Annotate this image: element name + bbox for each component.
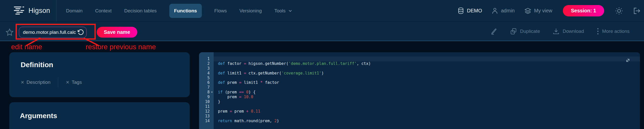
kebab-icon	[597, 28, 599, 35]
code-line	[214, 57, 640, 61]
close-icon[interactable]: ✕	[21, 80, 24, 85]
logout-icon[interactable]	[633, 7, 640, 15]
top-bar: Higson Domain Context Decision tables Fu…	[0, 0, 644, 22]
function-name-field	[19, 27, 87, 38]
hamburger-logo-icon	[14, 6, 24, 15]
chip-divider	[58, 77, 58, 88]
save-name-button[interactable]: Save name	[97, 27, 137, 38]
code-line: if (prem == 0) {	[218, 90, 640, 95]
description-chip[interactable]: ✕ Description	[21, 80, 50, 85]
line-number: 2	[199, 61, 214, 66]
definition-chips: ✕ Description ✕ Tags	[21, 77, 82, 88]
nav-item-versioning[interactable]: Versioning	[239, 8, 262, 14]
download-icon	[553, 28, 560, 35]
function-name-input[interactable]	[23, 30, 76, 35]
toolbar-actions: Duplicate Download More actions	[490, 22, 630, 41]
code-line	[218, 76, 640, 81]
environment-label: DEMO	[467, 8, 482, 14]
line-number: 10	[199, 99, 214, 104]
user-menu[interactable]: admin	[492, 7, 514, 14]
tags-chip[interactable]: ✕ Tags	[66, 80, 82, 85]
nav-item-functions[interactable]: Functions	[169, 4, 202, 18]
environment-selector[interactable]: DEMO	[458, 7, 482, 14]
line-number: 6	[199, 80, 214, 85]
expand-icon[interactable]	[624, 57, 631, 64]
more-actions-button[interactable]: More actions	[597, 28, 630, 35]
code-line: def factor = higson.getNumber('demo.moto…	[218, 61, 640, 66]
layers-icon	[524, 7, 531, 14]
download-button[interactable]: Download	[553, 28, 584, 35]
code-line	[218, 104, 640, 109]
line-number: 3	[199, 66, 214, 71]
code-line: prem = 10.0	[218, 95, 640, 99]
code-line	[218, 85, 640, 90]
line-number: 7	[199, 85, 214, 90]
line-number: 4	[199, 71, 214, 76]
annotation-edit-name: edit name	[11, 43, 42, 51]
line-number: 12	[199, 109, 214, 114]
user-label: admin	[501, 8, 514, 14]
code-line	[218, 114, 640, 119]
download-label: Download	[563, 29, 584, 34]
main-nav: Domain Context Decision tables Functions…	[66, 4, 293, 18]
editor-gutter: 1 2 3 4 5 6 7 8 9 10 11 12 13 14	[199, 52, 214, 129]
line-number: 1	[199, 57, 214, 61]
code-line	[218, 66, 640, 71]
edit-button[interactable]	[490, 28, 497, 35]
session-badge[interactable]: Session: 1	[563, 5, 604, 16]
nav-item-tools[interactable]: Tools	[274, 8, 293, 14]
duplicate-label: Duplicate	[520, 29, 540, 34]
pencil-icon	[490, 28, 497, 35]
view-selector[interactable]: My view	[524, 7, 552, 14]
line-number: 13	[199, 114, 214, 119]
code-line: }	[218, 99, 640, 104]
nav-item-decision-tables[interactable]: Decision tables	[124, 8, 157, 14]
annotation-restore-name: restore previous name	[86, 43, 156, 51]
definition-panel: Definition ✕ Description ✕ Tags	[9, 52, 190, 97]
more-actions-label: More actions	[602, 29, 630, 34]
code-line: def prem = limit1 * factor	[218, 80, 640, 85]
function-toolbar: Save name Duplicate	[0, 22, 644, 41]
description-chip-label: Description	[26, 80, 50, 85]
duplicate-icon	[510, 28, 517, 35]
line-number: 8	[199, 90, 214, 95]
line-number: 11	[199, 104, 214, 109]
restore-name-icon[interactable]	[78, 29, 84, 36]
code-editor[interactable]: 1 2 3 4 5 6 7 8 9 10 11 12 13 14 def fac…	[199, 52, 640, 129]
brand[interactable]: Higson	[0, 0, 56, 21]
editor-code-area[interactable]: def factor = higson.getNumber('demo.moto…	[214, 52, 640, 129]
nav-item-flows[interactable]: Flows	[214, 8, 227, 14]
duplicate-button[interactable]: Duplicate	[510, 28, 540, 35]
line-number: 5	[199, 76, 214, 81]
arguments-panel: Arguments	[9, 102, 190, 129]
brand-name: Higson	[28, 7, 50, 15]
top-bar-right: DEMO admin My view Session: 1	[458, 5, 644, 16]
definition-title: Definition	[21, 61, 53, 69]
line-number: 9	[199, 95, 214, 99]
code-line: prem = prem + 0.11	[218, 109, 640, 114]
arguments-title: Arguments	[20, 112, 57, 120]
theme-toggle-icon[interactable]	[615, 7, 623, 15]
tags-chip-label: Tags	[72, 80, 82, 85]
favorite-star-icon[interactable]	[6, 28, 14, 36]
nav-item-context[interactable]: Context	[95, 8, 111, 14]
fold-arrow-icon[interactable]	[211, 92, 213, 93]
database-icon	[458, 7, 464, 14]
nav-item-tools-label: Tools	[274, 8, 285, 14]
code-line: def limit1 = ctx.getNumber('coverage.lim…	[218, 71, 640, 76]
user-icon	[492, 7, 498, 14]
code-line: return math.round(prem, 2)	[218, 119, 640, 123]
chevron-down-icon	[288, 8, 293, 13]
view-label: My view	[534, 8, 552, 14]
line-number: 14	[199, 119, 214, 123]
close-icon[interactable]: ✕	[66, 80, 69, 85]
nav-item-domain[interactable]: Domain	[66, 8, 82, 14]
